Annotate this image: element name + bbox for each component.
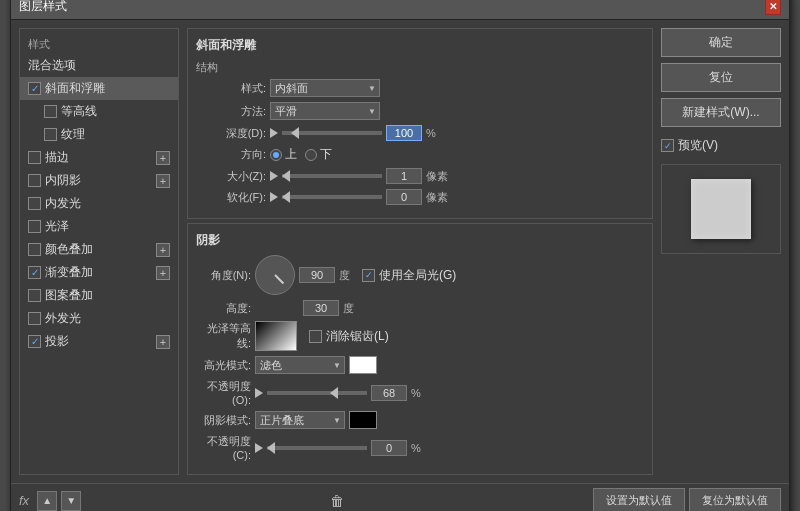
sidebar-item-bevel[interactable]: 斜面和浮雕	[20, 77, 178, 100]
highlight-mode-select[interactable]: 滤色 正常 正片叠底	[255, 356, 345, 374]
depth-label: 深度(D):	[196, 126, 266, 141]
altitude-input[interactable]	[303, 300, 339, 316]
depth-slider[interactable]	[282, 131, 382, 135]
highlight-opacity-slider[interactable]	[267, 391, 367, 395]
fx-label: fx	[19, 493, 29, 508]
new-style-button[interactable]: 新建样式(W)...	[661, 98, 781, 127]
delete-btn[interactable]: 🗑	[327, 491, 347, 511]
shadow-mode-select[interactable]: 正片叠底 正常 滤色	[255, 411, 345, 429]
soften-unit: 像素	[426, 190, 448, 205]
inner-glow-checkbox[interactable]	[28, 197, 41, 210]
drop-shadow-checkbox[interactable]	[28, 335, 41, 348]
anti-alias-label: 消除锯齿(L)	[326, 328, 389, 345]
inner-shadow-checkbox[interactable]	[28, 174, 41, 187]
depth-unit: %	[426, 127, 436, 139]
shadow-opacity-slider[interactable]	[267, 446, 367, 450]
direction-down-circle	[305, 149, 317, 161]
soften-input[interactable]	[386, 189, 422, 205]
use-global-light-checkbox[interactable]: 使用全局光(G)	[362, 267, 456, 284]
bottom-bar: fx ▲ ▼ 🗑 设置为默认值 复位为默认值	[11, 483, 789, 511]
stroke-add-btn[interactable]: +	[156, 151, 170, 165]
direction-down-label: 下	[320, 146, 332, 163]
contour-checkbox[interactable]	[44, 105, 57, 118]
highlight-opacity-icon[interactable]	[255, 388, 263, 398]
sidebar-item-drop-shadow[interactable]: 投影 +	[20, 330, 178, 353]
highlight-opacity-input[interactable]	[371, 385, 407, 401]
size-slider[interactable]	[282, 174, 382, 178]
use-global-label: 使用全局光(G)	[379, 267, 456, 284]
outer-glow-checkbox[interactable]	[28, 312, 41, 325]
stroke-checkbox[interactable]	[28, 151, 41, 164]
texture-checkbox[interactable]	[44, 128, 57, 141]
soften-slider-container	[270, 192, 382, 202]
direction-up-radio[interactable]: 上	[270, 146, 297, 163]
method-select[interactable]: 平滑 雕刻清晰 雕刻柔和	[270, 102, 380, 120]
highlight-opacity-slider-container	[255, 388, 367, 398]
preview-inner	[691, 179, 751, 239]
highlight-opacity-row: 不透明度(O): %	[196, 379, 644, 406]
preview-label: 预览(V)	[678, 137, 718, 154]
anti-alias-check	[309, 330, 322, 343]
color-overlay-add-btn[interactable]: +	[156, 243, 170, 257]
soften-row: 软化(F): 像素	[196, 189, 644, 205]
pattern-overlay-checkbox[interactable]	[28, 289, 41, 302]
preview-check	[661, 139, 674, 152]
gradient-overlay-add-btn[interactable]: +	[156, 266, 170, 280]
soften-slider-icon[interactable]	[270, 192, 278, 202]
styles-section-title: 样式	[20, 33, 178, 54]
sidebar-item-inner-glow[interactable]: 内发光	[20, 192, 178, 215]
sidebar-item-contour[interactable]: 等高线	[20, 100, 178, 123]
angle-unit: 度	[339, 268, 350, 283]
sidebar-item-inner-shadow[interactable]: 内阴影 +	[20, 169, 178, 192]
reset-button[interactable]: 复位	[661, 63, 781, 92]
bevel-checkbox[interactable]	[28, 82, 41, 95]
method-label: 方法:	[196, 104, 266, 119]
angle-wheel[interactable]	[255, 255, 295, 295]
ok-button[interactable]: 确定	[661, 28, 781, 57]
global-light-check	[362, 269, 375, 282]
color-overlay-checkbox[interactable]	[28, 243, 41, 256]
shadow-mode-label: 阴影模式:	[196, 413, 251, 428]
sidebar-item-color-overlay[interactable]: 颜色叠加 +	[20, 238, 178, 261]
move-down-btn[interactable]: ▼	[61, 491, 81, 511]
preview-checkbox[interactable]: 预览(V)	[661, 137, 781, 154]
set-default-btn[interactable]: 设置为默认值	[593, 488, 685, 511]
sidebar-item-pattern-overlay[interactable]: 图案叠加	[20, 284, 178, 307]
shadow-color-swatch[interactable]	[349, 411, 377, 429]
size-input[interactable]	[386, 168, 422, 184]
method-select-wrapper: 平滑 雕刻清晰 雕刻柔和	[270, 102, 380, 120]
sidebar-item-outer-glow[interactable]: 外发光	[20, 307, 178, 330]
size-slider-icon[interactable]	[270, 171, 278, 181]
soften-slider[interactable]	[282, 195, 382, 199]
highlight-mode-wrapper: 滤色 正常 正片叠底	[255, 356, 345, 374]
shadow-opacity-input[interactable]	[371, 440, 407, 456]
satin-checkbox[interactable]	[28, 220, 41, 233]
depth-input[interactable]	[386, 125, 422, 141]
angle-input[interactable]	[299, 267, 335, 283]
close-button[interactable]: ✕	[765, 0, 781, 15]
shadow-opacity-row: 不透明度(C): %	[196, 434, 644, 461]
anti-alias-checkbox[interactable]: 消除锯齿(L)	[309, 328, 389, 345]
title-bar: 图层样式 ✕	[11, 0, 789, 20]
move-up-btn[interactable]: ▲	[37, 491, 57, 511]
shadow-section: 阴影 角度(N): 度 使用全局光(G) 高度:	[187, 223, 653, 475]
bevel-subtitle: 结构	[196, 60, 644, 75]
inner-shadow-add-btn[interactable]: +	[156, 174, 170, 188]
shadow-opacity-slider-container	[255, 443, 367, 453]
gradient-overlay-checkbox[interactable]	[28, 266, 41, 279]
angle-label: 角度(N):	[196, 268, 251, 283]
shadow-opacity-icon[interactable]	[255, 443, 263, 453]
highlight-color-swatch[interactable]	[349, 356, 377, 374]
gloss-preview[interactable]	[255, 321, 297, 351]
style-select[interactable]: 内斜面 外斜面 浮雕效果 枕状浮雕 描边浮雕	[270, 79, 380, 97]
depth-slider-icon[interactable]	[270, 128, 278, 138]
drop-shadow-add-btn[interactable]: +	[156, 335, 170, 349]
sidebar-item-texture[interactable]: 纹理	[20, 123, 178, 146]
style-select-wrapper: 内斜面 外斜面 浮雕效果 枕状浮雕 描边浮雕	[270, 79, 380, 97]
reset-default-btn[interactable]: 复位为默认值	[689, 488, 781, 511]
direction-down-radio[interactable]: 下	[305, 146, 332, 163]
sidebar-item-satin[interactable]: 光泽	[20, 215, 178, 238]
sidebar-item-blend-options[interactable]: 混合选项	[20, 54, 178, 77]
sidebar-item-stroke[interactable]: 描边 +	[20, 146, 178, 169]
sidebar-item-gradient-overlay[interactable]: 渐变叠加 +	[20, 261, 178, 284]
